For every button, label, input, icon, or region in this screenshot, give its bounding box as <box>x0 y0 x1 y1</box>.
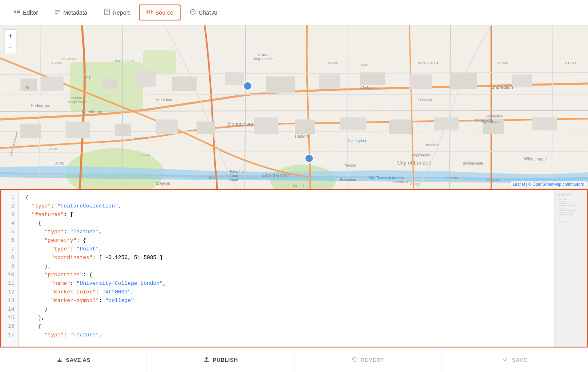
svg-rect-32 <box>41 77 63 91</box>
svg-rect-5 <box>17 12 20 13</box>
code-editor[interactable]: 1234567891011121314151617 { "type": "Fea… <box>0 189 588 347</box>
svg-text:London: London <box>70 96 82 100</box>
svg-text:Robert Street: Robert Street <box>115 59 134 63</box>
zoom-out-button[interactable]: − <box>4 42 16 54</box>
svg-text:A5201: A5201 <box>418 61 428 65</box>
svg-rect-52 <box>434 117 459 130</box>
svg-text:Bloomsbury: Bloomsbury <box>227 121 253 127</box>
code-line: }, <box>25 262 554 271</box>
code-line: } <box>25 305 554 313</box>
svg-text:Shoreditch: Shoreditch <box>485 114 503 118</box>
svg-text:Soho: Soho <box>209 176 217 180</box>
tab-editor[interactable]: Editor <box>7 5 45 20</box>
svg-text:Bishopsgate: Bishopsgate <box>463 161 483 165</box>
svg-text:A401: A401 <box>360 63 369 67</box>
code-line: "properties": { <box>25 271 554 279</box>
svg-text:City of London: City of London <box>397 160 432 166</box>
svg-rect-43 <box>20 124 41 138</box>
svg-rect-36 <box>225 72 244 85</box>
revert-icon <box>351 356 357 364</box>
save-as-label: SAVE AS <box>66 357 90 363</box>
leaflet-link[interactable]: Leaflet <box>513 182 525 187</box>
tab-editor-label: Editor <box>23 9 38 16</box>
code-line: { <box>25 193 554 202</box>
svg-rect-42 <box>512 74 532 87</box>
save-as-button[interactable]: SAVE AS <box>0 348 147 372</box>
svg-text:A1200: A1200 <box>498 61 508 65</box>
revert-button[interactable]: REVERT <box>294 348 441 372</box>
map-container[interactable]: Paddington Marylebone Fitzrovia Bloomsbu… <box>0 25 588 189</box>
save-icon <box>502 356 509 364</box>
svg-text:London: London <box>393 176 404 180</box>
svg-rect-45 <box>115 124 131 136</box>
svg-text:A501: A501 <box>430 61 439 65</box>
svg-text:A5205: A5205 <box>51 61 62 65</box>
tab-report[interactable]: Report <box>96 5 137 20</box>
line-numbers: 1234567891011121314151617 <box>1 190 19 347</box>
publish-button[interactable]: PUBLISH <box>147 348 294 372</box>
code-line: "type": "Feature", <box>25 228 554 236</box>
svg-point-14 <box>190 9 195 14</box>
save-label: SAVE <box>512 357 527 363</box>
bottom-toolbar: SAVE AS PUBLISH REVERT SAVE <box>0 347 588 372</box>
svg-text:Shoreditch: Shoreditch <box>491 85 513 90</box>
tab-metadata[interactable]: Metadata <box>47 5 95 20</box>
code-content[interactable]: { "type": "FeatureCollection", "features… <box>19 190 554 347</box>
tab-source-label: Source <box>155 9 173 16</box>
tab-report-label: Report <box>113 9 130 16</box>
svg-text:Cross: Cross <box>258 53 268 57</box>
svg-rect-120 <box>57 361 62 362</box>
svg-text:Strand: Strand <box>293 184 304 188</box>
svg-line-13 <box>149 10 150 14</box>
svg-text:Covent Garden: Covent Garden <box>262 173 290 178</box>
zoom-in-button[interactable]: + <box>4 29 16 42</box>
code-line: "geometry": { <box>25 236 554 245</box>
svg-text:Cornhill: Cornhill <box>446 176 457 180</box>
svg-text:Clerkenwell: Clerkenwell <box>360 86 380 90</box>
svg-text:A501: A501 <box>49 147 58 151</box>
chat-icon <box>190 9 196 16</box>
code-line: "type": "Feature", <box>25 331 554 339</box>
svg-text:Park Estate: Park Estate <box>61 57 79 61</box>
code-line: "type": "Point", <box>25 245 554 253</box>
svg-text:Tottenham: Tottenham <box>229 169 247 174</box>
svg-text:Holborn: Holborn <box>295 134 309 139</box>
svg-rect-35 <box>172 77 197 91</box>
svg-text:Road: Road <box>229 178 238 182</box>
svg-rect-51 <box>389 119 412 134</box>
source-icon <box>146 9 153 16</box>
svg-text:Cannon St: Cannon St <box>392 180 408 184</box>
report-icon <box>104 9 110 16</box>
code-line: "marker-color": "#ff0000", <box>25 288 554 296</box>
code-line: "name": "University College London", <box>25 279 554 288</box>
svg-rect-48 <box>254 117 278 134</box>
svg-rect-46 <box>156 119 178 134</box>
code-line: "features": [ <box>25 210 554 219</box>
svg-text:Temple: Temple <box>344 163 356 167</box>
save-button[interactable]: SAVE <box>441 348 588 372</box>
svg-text:A4380: A4380 <box>135 136 146 140</box>
svg-text:Marylebone: Marylebone <box>82 110 104 114</box>
svg-rect-44 <box>66 122 90 138</box>
editor-icon <box>14 9 20 16</box>
svg-text:A402: A402 <box>55 161 64 165</box>
tab-chat-ai-label: Chat AI <box>199 9 217 16</box>
code-line: "coordinates": [ -0.1256, 51.5085 ] <box>25 253 554 262</box>
svg-rect-39 <box>360 72 385 85</box>
svg-text:Fitzrovia: Fitzrovia <box>156 97 173 102</box>
code-line: { <box>25 219 554 228</box>
osm-link[interactable]: © OpenStreetMap contributors <box>528 182 584 187</box>
code-line: "marker-symbol": "college" <box>25 296 554 305</box>
minimap: { "type": "FeatureCollection", "features… <box>554 190 587 347</box>
tab-chat-ai[interactable]: Chat AI <box>182 5 225 20</box>
tab-source[interactable]: Source <box>139 5 181 20</box>
svg-text:Finsbury: Finsbury <box>418 98 432 102</box>
code-line: { <box>25 322 554 331</box>
svg-text:Court: Court <box>229 174 239 178</box>
svg-rect-47 <box>197 122 215 134</box>
publish-icon <box>203 356 210 364</box>
svg-text:A5200: A5200 <box>328 61 338 65</box>
svg-text:Farringdon: Farringdon <box>348 139 366 143</box>
svg-rect-121 <box>204 361 209 362</box>
code-line: "type": "FeatureCollection", <box>25 202 554 210</box>
